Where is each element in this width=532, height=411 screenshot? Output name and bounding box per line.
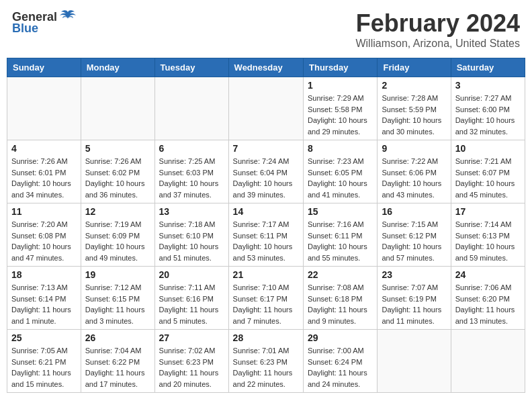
day-info: Sunrise: 7:29 AM Sunset: 5:58 PM Dayligh… bbox=[308, 93, 373, 137]
weekday-header-thursday: Thursday bbox=[304, 58, 378, 77]
calendar-cell: 5 Sunrise: 7:26 AM Sunset: 6:02 PM Dayli… bbox=[81, 140, 154, 203]
calendar-cell bbox=[451, 330, 525, 393]
day-info: Sunrise: 7:05 AM Sunset: 6:21 PM Dayligh… bbox=[11, 345, 77, 390]
calendar-cell: 27 Sunrise: 7:02 AM Sunset: 6:23 PM Dayl… bbox=[154, 330, 228, 393]
day-info: Sunrise: 7:06 AM Sunset: 6:20 PM Dayligh… bbox=[455, 282, 521, 326]
month-title: February 2024 bbox=[355, 9, 520, 38]
day-info: Sunrise: 7:12 AM Sunset: 6:15 PM Dayligh… bbox=[85, 282, 150, 326]
calendar-cell bbox=[378, 330, 451, 393]
day-number: 20 bbox=[159, 269, 224, 280]
day-info: Sunrise: 7:20 AM Sunset: 6:08 PM Dayligh… bbox=[11, 219, 77, 263]
day-info: Sunrise: 7:02 AM Sunset: 6:23 PM Dayligh… bbox=[159, 345, 224, 390]
day-number: 28 bbox=[233, 332, 299, 343]
day-info: Sunrise: 7:10 AM Sunset: 6:17 PM Dayligh… bbox=[233, 282, 299, 326]
day-info: Sunrise: 7:24 AM Sunset: 6:04 PM Dayligh… bbox=[233, 156, 299, 200]
day-number: 15 bbox=[308, 206, 373, 217]
day-info: Sunrise: 7:00 AM Sunset: 6:24 PM Dayligh… bbox=[308, 345, 373, 390]
day-number: 22 bbox=[308, 269, 373, 280]
day-number: 3 bbox=[455, 80, 521, 91]
logo-bird-icon bbox=[58, 9, 77, 24]
day-info: Sunrise: 7:25 AM Sunset: 6:03 PM Dayligh… bbox=[159, 156, 224, 200]
day-number: 17 bbox=[455, 206, 521, 217]
weekday-header-monday: Monday bbox=[81, 58, 154, 77]
day-number: 16 bbox=[382, 206, 446, 217]
day-info: Sunrise: 7:21 AM Sunset: 6:07 PM Dayligh… bbox=[455, 156, 521, 200]
day-number: 2 bbox=[382, 80, 446, 91]
calendar-cell: 24 Sunrise: 7:06 AM Sunset: 6:20 PM Dayl… bbox=[451, 267, 525, 330]
calendar-cell: 12 Sunrise: 7:19 AM Sunset: 6:09 PM Dayl… bbox=[81, 203, 154, 267]
calendar-cell: 2 Sunrise: 7:28 AM Sunset: 5:59 PM Dayli… bbox=[378, 77, 451, 140]
calendar-cell bbox=[228, 77, 303, 140]
day-number: 13 bbox=[159, 206, 224, 217]
calendar-cell: 6 Sunrise: 7:25 AM Sunset: 6:03 PM Dayli… bbox=[154, 140, 228, 203]
calendar-cell: 16 Sunrise: 7:15 AM Sunset: 6:12 PM Dayl… bbox=[378, 203, 451, 267]
calendar-cell: 11 Sunrise: 7:20 AM Sunset: 6:08 PM Dayl… bbox=[7, 203, 81, 267]
calendar-cell: 1 Sunrise: 7:29 AM Sunset: 5:58 PM Dayli… bbox=[304, 77, 378, 140]
calendar-cell: 9 Sunrise: 7:22 AM Sunset: 6:06 PM Dayli… bbox=[378, 140, 451, 203]
calendar-cell: 18 Sunrise: 7:13 AM Sunset: 6:14 PM Dayl… bbox=[7, 267, 81, 330]
week-row-4: 18 Sunrise: 7:13 AM Sunset: 6:14 PM Dayl… bbox=[7, 267, 525, 330]
day-number: 7 bbox=[233, 143, 299, 154]
day-info: Sunrise: 7:07 AM Sunset: 6:19 PM Dayligh… bbox=[382, 282, 446, 326]
calendar-cell: 3 Sunrise: 7:27 AM Sunset: 6:00 PM Dayli… bbox=[451, 77, 525, 140]
calendar-cell bbox=[154, 77, 228, 140]
day-info: Sunrise: 7:22 AM Sunset: 6:06 PM Dayligh… bbox=[382, 156, 446, 200]
day-info: Sunrise: 7:15 AM Sunset: 6:12 PM Dayligh… bbox=[382, 219, 446, 263]
week-row-2: 4 Sunrise: 7:26 AM Sunset: 6:01 PM Dayli… bbox=[7, 140, 525, 203]
day-number: 10 bbox=[455, 143, 521, 154]
calendar-cell: 29 Sunrise: 7:00 AM Sunset: 6:24 PM Dayl… bbox=[304, 330, 378, 393]
day-info: Sunrise: 7:19 AM Sunset: 6:09 PM Dayligh… bbox=[85, 219, 150, 263]
weekday-header-tuesday: Tuesday bbox=[154, 58, 228, 77]
day-info: Sunrise: 7:04 AM Sunset: 6:22 PM Dayligh… bbox=[85, 345, 150, 390]
day-number: 1 bbox=[308, 80, 373, 91]
weekday-header-saturday: Saturday bbox=[451, 58, 525, 77]
day-info: Sunrise: 7:14 AM Sunset: 6:13 PM Dayligh… bbox=[455, 219, 521, 263]
calendar-cell: 7 Sunrise: 7:24 AM Sunset: 6:04 PM Dayli… bbox=[228, 140, 303, 203]
day-number: 24 bbox=[455, 269, 521, 280]
calendar-cell: 4 Sunrise: 7:26 AM Sunset: 6:01 PM Dayli… bbox=[7, 140, 81, 203]
day-number: 21 bbox=[233, 269, 299, 280]
calendar-cell: 21 Sunrise: 7:10 AM Sunset: 6:17 PM Dayl… bbox=[228, 267, 303, 330]
day-number: 27 bbox=[159, 332, 224, 343]
week-row-3: 11 Sunrise: 7:20 AM Sunset: 6:08 PM Dayl… bbox=[7, 203, 525, 267]
calendar-cell: 23 Sunrise: 7:07 AM Sunset: 6:19 PM Dayl… bbox=[378, 267, 451, 330]
day-info: Sunrise: 7:16 AM Sunset: 6:11 PM Dayligh… bbox=[308, 219, 373, 263]
calendar-cell bbox=[81, 77, 154, 140]
header: General Blue February 2024 Williamson, A… bbox=[7, 7, 525, 52]
day-info: Sunrise: 7:26 AM Sunset: 6:01 PM Dayligh… bbox=[11, 156, 77, 200]
calendar-cell: 14 Sunrise: 7:17 AM Sunset: 6:11 PM Dayl… bbox=[228, 203, 303, 267]
day-number: 12 bbox=[85, 206, 150, 217]
calendar-cell: 8 Sunrise: 7:23 AM Sunset: 6:05 PM Dayli… bbox=[304, 140, 378, 203]
week-row-1: 1 Sunrise: 7:29 AM Sunset: 5:58 PM Dayli… bbox=[7, 77, 525, 140]
day-number: 29 bbox=[308, 332, 373, 343]
location-subtitle: Williamson, Arizona, United States bbox=[355, 38, 520, 50]
day-info: Sunrise: 7:23 AM Sunset: 6:05 PM Dayligh… bbox=[308, 156, 373, 200]
weekday-header-wednesday: Wednesday bbox=[228, 58, 303, 77]
day-info: Sunrise: 7:27 AM Sunset: 6:00 PM Dayligh… bbox=[455, 93, 521, 137]
calendar-cell bbox=[7, 77, 81, 140]
day-number: 14 bbox=[233, 206, 299, 217]
calendar-cell: 19 Sunrise: 7:12 AM Sunset: 6:15 PM Dayl… bbox=[81, 267, 154, 330]
calendar-cell: 25 Sunrise: 7:05 AM Sunset: 6:21 PM Dayl… bbox=[7, 330, 81, 393]
day-info: Sunrise: 7:28 AM Sunset: 5:59 PM Dayligh… bbox=[382, 93, 446, 137]
calendar-cell: 15 Sunrise: 7:16 AM Sunset: 6:11 PM Dayl… bbox=[304, 203, 378, 267]
day-number: 25 bbox=[11, 332, 77, 343]
day-info: Sunrise: 7:08 AM Sunset: 6:18 PM Dayligh… bbox=[308, 282, 373, 326]
day-number: 9 bbox=[382, 143, 446, 154]
day-number: 5 bbox=[85, 143, 150, 154]
logo-blue-text: Blue bbox=[12, 21, 38, 36]
day-info: Sunrise: 7:26 AM Sunset: 6:02 PM Dayligh… bbox=[85, 156, 150, 200]
day-number: 19 bbox=[85, 269, 150, 280]
day-number: 6 bbox=[159, 143, 224, 154]
week-row-5: 25 Sunrise: 7:05 AM Sunset: 6:21 PM Dayl… bbox=[7, 330, 525, 393]
calendar-cell: 26 Sunrise: 7:04 AM Sunset: 6:22 PM Dayl… bbox=[81, 330, 154, 393]
calendar-cell: 13 Sunrise: 7:18 AM Sunset: 6:10 PM Dayl… bbox=[154, 203, 228, 267]
weekday-header-friday: Friday bbox=[378, 58, 451, 77]
day-info: Sunrise: 7:01 AM Sunset: 6:23 PM Dayligh… bbox=[233, 345, 299, 390]
day-info: Sunrise: 7:17 AM Sunset: 6:11 PM Dayligh… bbox=[233, 219, 299, 263]
calendar-cell: 17 Sunrise: 7:14 AM Sunset: 6:13 PM Dayl… bbox=[451, 203, 525, 267]
calendar-cell: 20 Sunrise: 7:11 AM Sunset: 6:16 PM Dayl… bbox=[154, 267, 228, 330]
title-area: February 2024 Williamson, Arizona, Unite… bbox=[355, 9, 520, 50]
calendar-cell: 10 Sunrise: 7:21 AM Sunset: 6:07 PM Dayl… bbox=[451, 140, 525, 203]
day-info: Sunrise: 7:13 AM Sunset: 6:14 PM Dayligh… bbox=[11, 282, 77, 326]
